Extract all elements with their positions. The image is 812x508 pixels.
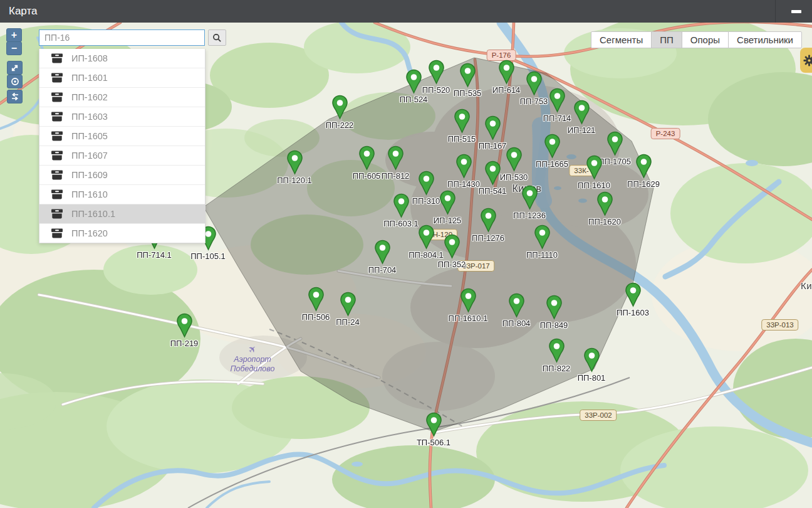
zoom-in-button[interactable]: +: [6, 28, 22, 42]
pin-icon: [596, 191, 613, 216]
map-marker[interactable]: ПП-1610: [560, 155, 628, 190]
map-marker[interactable]: ПП-222: [305, 95, 374, 130]
map-marker[interactable]: ИП-121: [547, 100, 616, 135]
suggestion-item[interactable]: ПП-1620: [39, 224, 205, 243]
route-swap-button[interactable]: [7, 90, 23, 103]
pin-icon: [374, 240, 391, 265]
marker-label: ПП-352: [438, 260, 466, 269]
search-suggestions: ИП-1608ПП-1601ПП-1602ПП-1603ПП-1605ПП-16…: [39, 49, 206, 243]
search-icon: [212, 33, 222, 43]
road-shield: 33Р-013: [761, 319, 798, 331]
pin-icon: [546, 295, 563, 320]
suggestion-label: ПП-1603: [71, 112, 108, 122]
minimize-button[interactable]: [786, 0, 806, 23]
suggestion-label: ПП-1610: [71, 189, 108, 199]
target-icon: [11, 77, 19, 86]
marker-label: ПП-1620: [588, 217, 621, 226]
pin-icon: [444, 234, 461, 259]
map-marker[interactable]: ПП-24: [313, 292, 382, 327]
search-button[interactable]: [208, 29, 226, 46]
layer-tabs: СегментыППОпорыСветильники: [591, 31, 802, 48]
pin-icon: [573, 100, 590, 125]
suggestion-item[interactable]: ПП-1610.1: [39, 204, 205, 224]
suggestion-item[interactable]: ПП-1610: [39, 185, 205, 204]
suggestion-item[interactable]: ПП-1601: [39, 68, 205, 88]
pin-icon: [583, 347, 600, 373]
suggestion-label: ПП-1602: [71, 92, 108, 102]
marker-label: ПП-1110: [526, 250, 558, 260]
marker-label: ПП-1603: [617, 308, 649, 317]
suggestion-label: ПП-1601: [71, 73, 108, 83]
map-marker[interactable]: ПП-1110: [508, 225, 576, 260]
tab-пп[interactable]: ПП: [651, 31, 682, 48]
fullscreen-button[interactable]: [7, 61, 23, 75]
pin-icon: [480, 208, 497, 233]
road-shield: Р-243: [651, 128, 680, 139]
tab-светильники[interactable]: Светильники: [728, 31, 802, 48]
tab-сегменты[interactable]: Сегменты: [591, 31, 652, 48]
marker-label: ПП-704: [368, 265, 397, 275]
suggestion-label: ИП-1608: [71, 53, 108, 63]
pin-icon: [393, 193, 410, 218]
map-marker[interactable]: ПП-849: [519, 295, 588, 330]
marker-label: ПП-120.1: [277, 176, 312, 185]
suggestion-item[interactable]: ПП-1609: [39, 166, 205, 185]
archive-box-icon: [51, 170, 63, 180]
marker-label: ПП-1629: [627, 179, 660, 189]
pin-icon: [459, 63, 476, 88]
map-marker[interactable]: ПП-603.1: [367, 193, 435, 228]
map-marker[interactable]: ТП-506.1: [399, 412, 468, 447]
settings-flap-button[interactable]: [800, 48, 812, 73]
suggestion-item[interactable]: ИП-1608: [39, 49, 205, 68]
archive-box-icon: [51, 209, 63, 219]
map-marker[interactable]: ПП-352: [417, 234, 486, 269]
marker-label: ПП-105.1: [190, 251, 226, 261]
swap-arrows-icon: [11, 92, 19, 101]
archive-box-icon: [51, 228, 63, 238]
pin-icon: [534, 225, 551, 250]
airport-name-line2: Победилово: [231, 364, 275, 374]
tab-опоры[interactable]: Опоры: [682, 31, 729, 48]
city-label: Ки: [801, 280, 812, 291]
airplane-icon: ✈: [246, 342, 259, 356]
airport-label: ✈ Аэропорт Победилово: [231, 344, 275, 374]
pin-icon: [405, 69, 422, 94]
suggestion-item[interactable]: ПП-1602: [39, 88, 205, 107]
map-marker[interactable]: ПП-167: [458, 115, 527, 151]
map-marker[interactable]: ПП-704: [348, 240, 417, 275]
suggestion-label: ПП-1610.1: [71, 209, 115, 219]
pin-icon: [484, 161, 501, 186]
archive-box-icon: [51, 131, 63, 141]
plus-icon: +: [11, 30, 17, 40]
map-marker[interactable]: ПП-1620: [570, 191, 639, 226]
map-window: КировКи Р-176Р-24333К-33Н-12033Р-01733Р-…: [0, 0, 812, 508]
archive-box-icon: [51, 73, 63, 83]
suggestion-label: ПП-1609: [71, 170, 108, 180]
gear-icon: [803, 55, 812, 66]
suggestion-item[interactable]: ПП-1603: [39, 107, 205, 127]
locate-button[interactable]: [7, 75, 23, 88]
suggestion-label: ПП-1607: [71, 151, 108, 161]
map-marker[interactable]: ПП-219: [150, 313, 219, 348]
pin-icon: [387, 146, 404, 171]
marker-label: ПП-24: [336, 317, 359, 327]
marker-label: ПП-849: [540, 320, 568, 330]
marker-label: ПП-219: [170, 339, 199, 348]
pin-icon: [340, 292, 357, 317]
pin-icon: [606, 131, 623, 156]
marker-label: ПП-1610: [578, 181, 610, 190]
map-marker[interactable]: ПП-801: [557, 347, 626, 383]
minimize-icon: [791, 10, 801, 13]
search-input[interactable]: [39, 29, 205, 46]
suggestion-label: ПП-1605: [71, 131, 108, 141]
pin-icon: [286, 150, 303, 175]
archive-box-icon: [51, 53, 63, 63]
zoom-out-button[interactable]: −: [6, 41, 22, 55]
map-marker[interactable]: ПП-1603: [598, 282, 667, 317]
map-marker[interactable]: ПП-120.1: [260, 150, 329, 185]
pin-icon: [625, 282, 642, 307]
suggestion-item[interactable]: ПП-1607: [39, 146, 205, 166]
marker-label: ПП-714.1: [137, 250, 172, 260]
map-marker[interactable]: ПП-524: [379, 69, 448, 104]
suggestion-item[interactable]: ПП-1605: [39, 127, 205, 146]
